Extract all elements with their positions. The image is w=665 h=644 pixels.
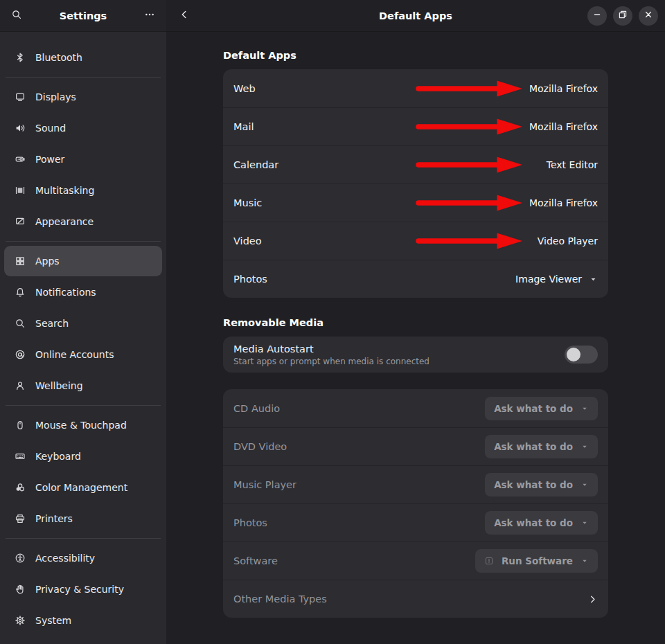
sidebar-item-label: Wellbeing bbox=[35, 380, 83, 391]
appearance-icon bbox=[15, 216, 26, 227]
media-autostart-texts: Media Autostart Start apps or prompt whe… bbox=[233, 343, 429, 366]
row-label: Music bbox=[233, 197, 262, 208]
window-controls bbox=[587, 6, 658, 26]
dropdown-button-label: Ask what to do bbox=[494, 517, 573, 528]
sidebar-divider bbox=[6, 241, 161, 242]
default-app-row-photos[interactable]: PhotosImage Viewer bbox=[223, 260, 608, 298]
default-app-row-web[interactable]: WebMozilla Firefox bbox=[223, 69, 608, 107]
sidebar-item-printers[interactable]: Printers bbox=[4, 503, 162, 534]
displays-icon bbox=[15, 91, 26, 102]
minimize-button[interactable] bbox=[587, 6, 607, 26]
red-arrow-annotation bbox=[416, 118, 524, 136]
dropdown-button-label: Ask what to do bbox=[494, 479, 573, 490]
sidebar-item-online-accounts[interactable]: Online Accounts bbox=[4, 339, 162, 370]
row-label: CD Audio bbox=[233, 403, 280, 414]
dropdown-button-label: Ask what to do bbox=[494, 441, 573, 452]
menu-button[interactable] bbox=[139, 5, 161, 27]
row-value: Mozilla Firefox bbox=[529, 83, 598, 94]
sidebar-item-label: Color Management bbox=[35, 482, 127, 493]
sidebar-item-label: Printers bbox=[35, 513, 73, 524]
row-label: Mail bbox=[233, 121, 254, 132]
ellipsis-icon bbox=[144, 9, 155, 22]
chevron-down-icon bbox=[580, 481, 589, 489]
row-label: Calendar bbox=[233, 159, 278, 170]
keyboard-icon bbox=[15, 451, 26, 462]
sidebar-item-displays[interactable]: Displays bbox=[4, 82, 162, 112]
search-button[interactable] bbox=[6, 5, 28, 27]
sidebar-item-label: Power bbox=[35, 154, 64, 165]
chevron-down-icon bbox=[580, 557, 589, 565]
sidebar-item-system[interactable]: System bbox=[4, 605, 162, 636]
toggle-knob bbox=[567, 348, 580, 361]
default-app-row-music[interactable]: MusicMozilla Firefox bbox=[223, 184, 608, 222]
ask-what-to-do-dropdown-button[interactable]: Ask what to do bbox=[485, 397, 598, 420]
row-value: Image Viewer bbox=[515, 274, 598, 285]
back-button[interactable] bbox=[173, 5, 195, 27]
sidebar-item-label: Search bbox=[35, 318, 69, 329]
content-area: Default Apps WebMozilla FirefoxMailMozil… bbox=[166, 32, 665, 644]
sidebar-item-search[interactable]: Search bbox=[4, 308, 162, 339]
search-icon bbox=[11, 9, 22, 22]
dropdown-button-label: Run Software bbox=[502, 555, 573, 566]
sidebar-item-sound[interactable]: Sound bbox=[4, 113, 162, 143]
notifications-icon bbox=[15, 287, 26, 298]
chevron-down-icon bbox=[580, 519, 589, 527]
sidebar-item-label: Sound bbox=[35, 123, 66, 134]
run-software-dropdown-button[interactable]: Run Software bbox=[475, 549, 598, 573]
default-app-row-video[interactable]: VideoVideo Player bbox=[223, 222, 608, 260]
sidebar-item-privacy-and-security[interactable]: Privacy & Security bbox=[4, 574, 162, 605]
search-icon bbox=[15, 318, 26, 329]
row-label: Photos bbox=[233, 517, 267, 528]
sidebar-item-multitasking[interactable]: Multitasking bbox=[4, 175, 162, 206]
default-app-row-calendar[interactable]: CalendarText Editor bbox=[223, 145, 608, 184]
red-arrow-annotation bbox=[416, 194, 524, 212]
maximize-icon bbox=[617, 9, 628, 22]
multitasking-icon bbox=[15, 185, 26, 196]
mouse-icon bbox=[15, 420, 26, 431]
ask-what-to-do-dropdown-button[interactable]: Ask what to do bbox=[485, 511, 598, 535]
sidebar-item-label: Apps bbox=[35, 256, 60, 267]
system-icon bbox=[15, 615, 26, 626]
sidebar: Settings BluetoothDisplaysSoundPowerMult… bbox=[0, 0, 166, 644]
sidebar-item-label: Displays bbox=[35, 91, 76, 102]
sidebar-item-appearance[interactable]: Appearance bbox=[4, 206, 162, 237]
wellbeing-icon bbox=[15, 380, 26, 391]
package-icon bbox=[484, 556, 494, 566]
sidebar-item-wellbeing[interactable]: Wellbeing bbox=[4, 370, 162, 401]
media-row-cd-audio: CD AudioAsk what to do bbox=[223, 389, 608, 427]
sidebar-item-mouse-and-touchpad[interactable]: Mouse & Touchpad bbox=[4, 410, 162, 440]
sidebar-item-power[interactable]: Power bbox=[4, 144, 162, 175]
media-row-dvd-video: DVD VideoAsk what to do bbox=[223, 427, 608, 465]
ask-what-to-do-dropdown-button[interactable]: Ask what to do bbox=[485, 435, 598, 458]
red-arrow-annotation bbox=[416, 232, 524, 250]
media-row-other-media-types[interactable]: Other Media Types bbox=[223, 580, 608, 618]
removable-media-card: CD AudioAsk what to doDVD VideoAsk what … bbox=[223, 389, 608, 618]
default-apps-card: WebMozilla FirefoxMailMozilla FirefoxCal… bbox=[223, 69, 608, 298]
sidebar-item-accessibility[interactable]: Accessibility bbox=[4, 543, 162, 573]
sidebar-divider bbox=[6, 77, 161, 78]
row-value: Mozilla Firefox bbox=[529, 197, 598, 208]
default-app-row-mail[interactable]: MailMozilla Firefox bbox=[223, 107, 608, 145]
sidebar-divider bbox=[6, 538, 161, 539]
sidebar-item-label: System bbox=[35, 615, 71, 626]
row-label: DVD Video bbox=[233, 441, 287, 452]
media-autostart-row[interactable]: Media Autostart Start apps or prompt whe… bbox=[223, 337, 608, 373]
close-button[interactable] bbox=[639, 6, 658, 26]
sidebar-item-label: Notifications bbox=[35, 287, 96, 298]
sidebar-item-keyboard[interactable]: Keyboard bbox=[4, 441, 162, 472]
power-icon bbox=[15, 154, 26, 165]
ask-what-to-do-dropdown-button[interactable]: Ask what to do bbox=[485, 473, 598, 497]
sidebar-item-label: Accessibility bbox=[35, 553, 95, 564]
row-value: Mozilla Firefox bbox=[529, 121, 598, 132]
sidebar-item-bluetooth[interactable]: Bluetooth bbox=[4, 42, 162, 73]
online-accounts-icon bbox=[15, 349, 26, 360]
row-label: Software bbox=[233, 555, 278, 566]
sidebar-item-label: Appearance bbox=[35, 216, 94, 227]
media-autostart-toggle[interactable] bbox=[565, 346, 598, 364]
sidebar-item-notifications[interactable]: Notifications bbox=[4, 277, 162, 307]
sidebar-item-label: Bluetooth bbox=[35, 52, 82, 63]
sidebar-item-apps[interactable]: Apps bbox=[4, 246, 162, 276]
sidebar-item-color-management[interactable]: Color Management bbox=[4, 472, 162, 503]
maximize-button[interactable] bbox=[613, 6, 632, 26]
chevron-down-icon bbox=[580, 404, 589, 413]
